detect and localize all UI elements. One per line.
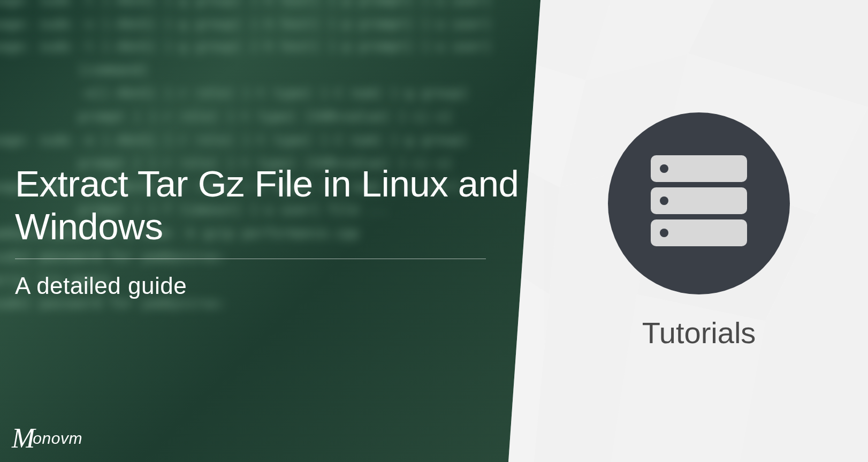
- svg-rect-22: [645, 260, 752, 266]
- svg-point-18: [660, 196, 668, 205]
- svg-rect-24: [746, 254, 752, 265]
- content-overlay: Extract Tar Gz File in Linux and Windows…: [0, 0, 540, 462]
- right-panel: Tutorials: [508, 0, 868, 462]
- brand-name: onovm: [33, 429, 82, 448]
- logo-letter-icon: M: [12, 422, 35, 454]
- category-icon-container: [608, 112, 790, 297]
- server-icon: [608, 112, 790, 294]
- svg-rect-23: [645, 254, 652, 265]
- subtitle: A detailed guide: [15, 272, 540, 299]
- svg-point-20: [660, 229, 668, 237]
- title-divider: [15, 259, 486, 259]
- left-panel: usage: sudo -l [-AknS] [-g group] [-h ho…: [0, 0, 540, 462]
- svg-point-16: [660, 164, 668, 173]
- category-label: Tutorials: [642, 315, 756, 350]
- banner-container: usage: sudo -l [-AknS] [-g group] [-h ho…: [0, 0, 868, 462]
- main-title: Extract Tar Gz File in Linux and Windows: [15, 163, 540, 248]
- brand-logo: M onovm: [12, 422, 82, 454]
